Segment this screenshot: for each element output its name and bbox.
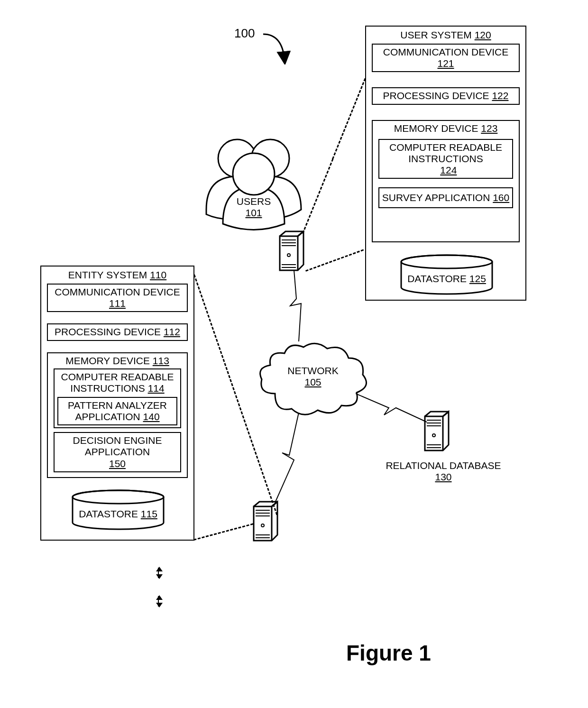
dashed-leader-entity-bottom [193, 523, 253, 541]
user-comm-num: 121 [437, 58, 454, 69]
entity-mem-text: MEMORY DEVICE [65, 355, 150, 366]
user-sa-num: 160 [493, 192, 509, 203]
user-system-title: USER SYSTEM 120 [366, 29, 525, 41]
reference-arrow-icon [258, 31, 301, 64]
user-mem-num: 123 [481, 123, 497, 134]
users-label-text: USERS [237, 196, 271, 207]
server-icon-top [276, 228, 309, 277]
user-cri-text: COMPUTER READABLE INSTRUCTIONS [389, 142, 502, 164]
entity-cri-box: COMPUTER READABLE INSTRUCTIONS 114 PATTE… [54, 368, 181, 429]
entity-system-title: ENTITY SYSTEM 110 [41, 269, 193, 281]
relational-db-label-text: RELATIONAL DATABASE [386, 460, 501, 471]
entity-system-title-text: ENTITY SYSTEM [68, 269, 147, 280]
user-system-title-num: 120 [475, 29, 491, 40]
entity-cri-num: 114 [148, 383, 165, 394]
user-sa-text: SURVEY APPLICATION [382, 192, 490, 203]
entity-proc-device: PROCESSING DEVICE 112 [47, 323, 188, 340]
entity-pa-num: 140 [143, 411, 160, 422]
network-link-right [356, 389, 432, 432]
network-label-num: 105 [304, 377, 321, 387]
entity-de-text: DECISION ENGINE APPLICATION [73, 435, 162, 457]
entity-comm-text: COMMUNICATION DEVICE [55, 286, 180, 297]
user-proc-text: PROCESSING DEVICE [383, 90, 489, 101]
diagram-canvas: 100 USERS 101 [0, 0, 588, 708]
entity-pattern-analyzer: PATTERN ANALYZER APPLICATION 140 [57, 397, 177, 425]
entity-ds-num: 115 [141, 508, 157, 519]
entity-ds-text: DATASTORE [79, 508, 138, 519]
user-comm-device: COMMUNICATION DEVICE 121 [372, 44, 520, 72]
user-system-box: USER SYSTEM 120 COMMUNICATION DEVICE 121… [365, 26, 526, 301]
user-system-title-text: USER SYSTEM [400, 29, 472, 40]
svg-point-2 [233, 153, 275, 195]
entity-comm-num: 111 [109, 298, 126, 309]
users-label-num: 101 [245, 207, 262, 218]
dashed-leader-user-bottom [305, 249, 364, 272]
user-proc-device: PROCESSING DEVICE 122 [372, 87, 520, 104]
network-link-top [285, 270, 313, 346]
user-mem-text: MEMORY DEVICE [394, 123, 478, 134]
entity-datastore-icon: DATASTORE 115 [71, 489, 165, 531]
user-comm-text: COMMUNICATION DEVICE [383, 46, 508, 57]
network-label: NETWORK 105 [280, 365, 346, 388]
users-icon [199, 129, 308, 235]
user-survey-app: SURVEY APPLICATION 160 [378, 187, 513, 208]
user-ds-text: DATASTORE [407, 273, 467, 284]
user-cri-num: 124 [440, 165, 457, 175]
double-arrow-icon [158, 596, 159, 607]
user-memory-device: MEMORY DEVICE 123 COMPUTER READABLE INST… [372, 120, 520, 243]
network-label-text: NETWORK [287, 365, 338, 376]
entity-decision-engine: DECISION ENGINE APPLICATION 150 [54, 432, 181, 472]
user-proc-num: 122 [492, 90, 508, 101]
entity-system-title-num: 110 [150, 269, 166, 280]
entity-de-num: 150 [109, 458, 126, 469]
entity-proc-num: 112 [164, 326, 180, 337]
entity-proc-text: PROCESSING DEVICE [55, 326, 161, 337]
user-cri-box: COMPUTER READABLE INSTRUCTIONS 124 [378, 139, 513, 179]
entity-mem-num: 113 [153, 355, 169, 366]
user-ds-num: 125 [469, 273, 486, 284]
network-link-bottom [270, 413, 313, 507]
double-arrow-icon [158, 568, 159, 578]
figure-caption: Figure 1 [346, 640, 431, 666]
entity-memory-device: MEMORY DEVICE 113 COMPUTER READABLE INST… [47, 352, 188, 478]
entity-system-box: ENTITY SYSTEM 110 COMMUNICATION DEVICE 1… [40, 266, 194, 541]
user-cri-num-prefix [435, 165, 438, 175]
users-label: USERS 101 [224, 196, 283, 219]
relational-db-label: RELATIONAL DATABASE 130 [379, 460, 507, 483]
relational-db-label-num: 130 [435, 471, 451, 482]
reference-number-100: 100 [234, 27, 255, 41]
entity-comm-device: COMMUNICATION DEVICE 111 [47, 284, 188, 312]
user-datastore-icon: DATASTORE 125 [399, 254, 494, 296]
